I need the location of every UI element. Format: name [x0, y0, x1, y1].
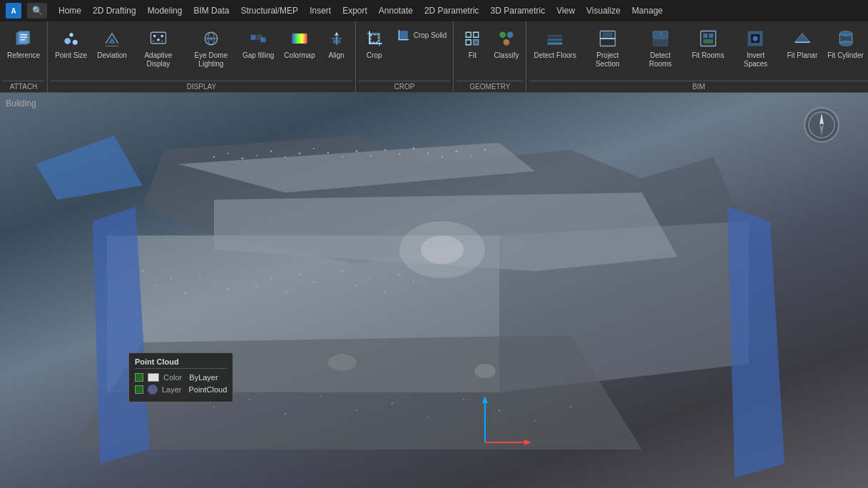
- geometry-items: Fit Classify: [456, 24, 523, 79]
- svg-marker-122: [820, 113, 824, 125]
- invert-spaces-button[interactable]: Invert Spaces: [730, 24, 781, 74]
- svg-point-12: [160, 35, 163, 38]
- svg-rect-25: [398, 31, 408, 41]
- tab-modeling[interactable]: Modeling: [142, 3, 188, 19]
- attach-section-label: ATTACH: [3, 81, 44, 92]
- viewport[interactable]: Building Point Cloud Color ByLayer Layer…: [0, 93, 868, 488]
- tab-structural[interactable]: Structural/MEP: [235, 3, 304, 19]
- tab-insert[interactable]: Insert: [304, 3, 337, 19]
- detect-rooms-icon: [649, 27, 672, 50]
- project-section-icon: [596, 27, 619, 50]
- fit-rooms-button[interactable]: Fit Rooms: [688, 24, 729, 74]
- svg-marker-123: [820, 125, 824, 136]
- fit-rooms-icon: [697, 27, 720, 50]
- point-size-icon: [60, 27, 83, 50]
- eye-dome-button[interactable]: Eye Dome Lighting: [185, 24, 237, 74]
- tab-visualize[interactable]: Visualize: [581, 3, 626, 19]
- svg-rect-22: [292, 34, 307, 44]
- display-items: Point Size Deviation: [51, 24, 352, 79]
- fit-button[interactable]: Fit: [456, 24, 488, 74]
- tab-3d-parametric[interactable]: 3D Parametric: [485, 3, 551, 19]
- app-logo[interactable]: A: [6, 3, 21, 19]
- svg-rect-39: [703, 34, 708, 38]
- ribbon: Reference ATTACH Point Size: [0, 21, 868, 93]
- tab-2d-drafting[interactable]: 2D Drafting: [87, 3, 142, 19]
- svg-point-11: [157, 39, 160, 41]
- svg-point-14: [153, 41, 154, 42]
- crop-items: Crop Crop Solid: [359, 24, 451, 79]
- svg-point-6: [64, 38, 71, 44]
- deviation-label: Deviation: [97, 51, 127, 60]
- ribbon-section-display: Point Size Deviation: [48, 21, 356, 92]
- ribbon-section-attach: Reference ATTACH: [0, 21, 48, 92]
- detect-floors-icon: [543, 27, 566, 50]
- tab-bim-data[interactable]: BIM Data: [188, 3, 235, 19]
- point-cloud-background: [0, 93, 868, 488]
- pc-layer-label: Layer: [162, 385, 182, 394]
- svg-point-27: [507, 31, 514, 38]
- search-button[interactable]: 🔍: [27, 3, 47, 19]
- svg-point-28: [504, 39, 510, 46]
- svg-rect-36: [661, 31, 668, 39]
- bim-section-label: BIM: [529, 81, 867, 92]
- pc-color-value: ByLayer: [189, 373, 218, 382]
- detect-rooms-label: Detect Rooms: [639, 51, 682, 68]
- adaptive-display-label: Adaptive Display: [137, 51, 180, 68]
- align-button[interactable]: Align: [321, 24, 352, 74]
- title-bar: A 🔍 Home 2D Drafting Modeling BIM Data S…: [0, 0, 868, 21]
- pc-layer-row: Layer PointCloud: [135, 385, 227, 395]
- colormap-button[interactable]: Colormap: [280, 24, 319, 74]
- tab-export[interactable]: Export: [337, 3, 373, 19]
- svg-point-26: [499, 31, 506, 38]
- deviation-icon: [101, 27, 123, 50]
- svg-point-10: [153, 35, 156, 38]
- gap-filling-icon: [247, 27, 270, 50]
- svg-rect-9: [150, 32, 165, 44]
- pc-layer-value: PointCloud: [189, 385, 228, 394]
- adaptive-display-icon: [147, 27, 170, 50]
- tab-home[interactable]: Home: [53, 3, 87, 19]
- gap-filling-label: Gap filling: [242, 51, 274, 60]
- fit-cylinder-button[interactable]: Fit Cylinder: [823, 24, 868, 74]
- invert-spaces-icon: [744, 27, 767, 50]
- tab-annotate[interactable]: Annotate: [373, 3, 419, 19]
- svg-point-13: [161, 41, 163, 42]
- classify-button[interactable]: Classify: [489, 24, 523, 74]
- point-cloud-panel-title: Point Cloud: [135, 357, 227, 369]
- bim-items: Detect Floors Project Section: [529, 24, 867, 79]
- point-size-label: Point Size: [55, 51, 87, 60]
- pc-layer-checkbox[interactable]: [135, 385, 143, 394]
- adaptive-display-button[interactable]: Adaptive Display: [133, 24, 184, 74]
- fit-planar-label: Fit Planar: [787, 51, 817, 60]
- point-size-button[interactable]: Point Size: [51, 24, 91, 74]
- svg-point-44: [753, 36, 758, 41]
- svg-rect-29: [548, 42, 563, 45]
- tab-manage[interactable]: Manage: [626, 3, 668, 19]
- tab-2d-parametric[interactable]: 2D Parametric: [419, 3, 485, 19]
- project-section-button[interactable]: Project Section: [582, 24, 633, 74]
- crop-solid-button[interactable]: Crop Solid: [392, 24, 451, 47]
- building-label: Building: [6, 98, 36, 108]
- detect-rooms-button[interactable]: Detect Rooms: [635, 24, 686, 74]
- detect-floors-button[interactable]: Detect Floors: [529, 24, 580, 74]
- reference-button[interactable]: Reference: [3, 24, 44, 74]
- project-section-label: Project Section: [586, 51, 629, 68]
- fit-cylinder-label: Fit Cylinder: [827, 51, 864, 60]
- gap-filling-button[interactable]: Gap filling: [238, 24, 278, 74]
- svg-rect-37: [653, 39, 668, 46]
- deviation-button[interactable]: Deviation: [93, 24, 131, 74]
- svg-rect-21: [261, 37, 266, 42]
- crop-button[interactable]: Crop: [359, 24, 390, 74]
- reference-label: Reference: [7, 51, 40, 60]
- pc-color-row: Color ByLayer: [135, 373, 227, 382]
- tab-view[interactable]: View: [551, 3, 581, 19]
- fit-label: Fit: [469, 51, 476, 60]
- svg-point-18: [209, 36, 213, 40]
- attach-items: Reference: [3, 24, 44, 79]
- pc-layer-icon: [148, 385, 158, 395]
- ribbon-section-geometry: Fit Classify GEOMETRY: [454, 21, 526, 92]
- fit-planar-icon: [791, 27, 814, 50]
- fit-rooms-label: Fit Rooms: [692, 51, 725, 60]
- fit-planar-button[interactable]: Fit Planar: [782, 24, 822, 74]
- pc-color-checkbox[interactable]: [135, 373, 143, 382]
